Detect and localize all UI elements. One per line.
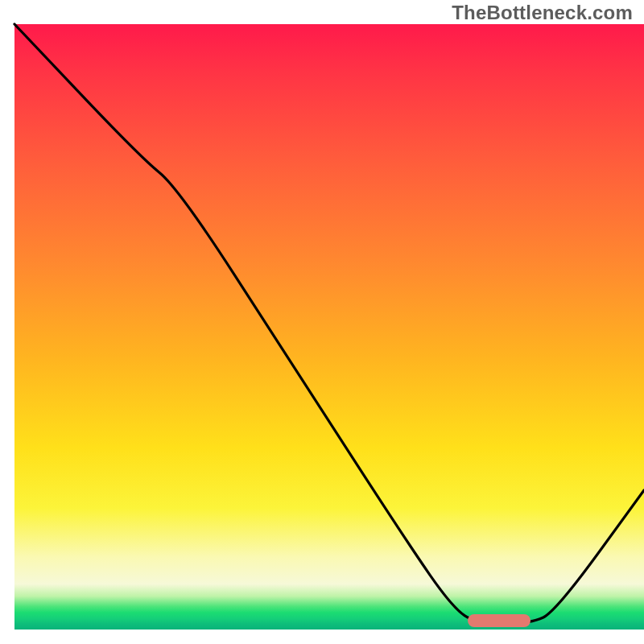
watermark-text: TheBottleneck.com bbox=[452, 2, 633, 24]
optimal-range-marker bbox=[468, 614, 530, 627]
chart-container: TheBottleneck.com bbox=[0, 0, 644, 644]
bottleneck-curve bbox=[14, 24, 644, 623]
plot-area bbox=[14, 24, 644, 630]
curve-svg bbox=[14, 24, 644, 630]
